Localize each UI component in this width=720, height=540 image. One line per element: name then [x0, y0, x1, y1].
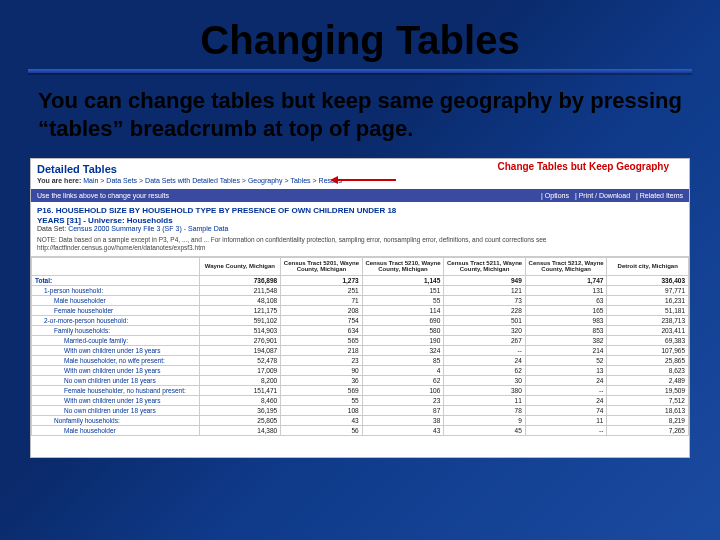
data-cell: 591,102 [199, 315, 281, 325]
data-cell: 11 [444, 395, 526, 405]
data-cell: 4 [362, 365, 444, 375]
data-cell: 52,478 [199, 355, 281, 365]
data-cell: -- [525, 425, 607, 435]
data-cell: 16,231 [607, 295, 689, 305]
data-cell: 23 [281, 355, 363, 365]
column-header: Detroit city, Michigan [607, 257, 689, 275]
toolbar-action[interactable]: | Options [541, 192, 569, 199]
data-cell: 267 [444, 335, 526, 345]
table-row: No own children under 18 years36,1951088… [32, 405, 689, 415]
data-cell: 36,195 [199, 405, 281, 415]
data-cell: 194,087 [199, 345, 281, 355]
data-cell: 25,805 [199, 415, 281, 425]
data-cell: 48,108 [199, 295, 281, 305]
table-row: 2-or-more-person household:591,102754690… [32, 315, 689, 325]
row-label: Nonfamily households: [32, 415, 200, 425]
data-cell: 983 [525, 315, 607, 325]
table-row: No own children under 18 years8,20036623… [32, 375, 689, 385]
row-label: No own children under 18 years [32, 375, 200, 385]
row-label: Female householder [32, 305, 200, 315]
callout-arrow [336, 179, 396, 181]
data-cell: 228 [444, 305, 526, 315]
table-row: Female householder, no husband present:1… [32, 385, 689, 395]
data-cell: 63 [525, 295, 607, 305]
data-cell: 949 [444, 275, 526, 285]
data-cell: 52 [525, 355, 607, 365]
row-label: Married-couple family: [32, 335, 200, 345]
data-cell: 55 [362, 295, 444, 305]
data-cell: 514,903 [199, 325, 281, 335]
column-header: Census Tract 5210, Wayne County, Michiga… [362, 257, 444, 275]
breadcrumb-link-main[interactable]: Main [83, 177, 98, 184]
data-cell: 151 [362, 285, 444, 295]
changebar-actions: | Options| Print / Download| Related Ite… [535, 192, 683, 199]
data-set-line: Data Set: Census 2000 Summary File 3 (SF… [31, 225, 689, 234]
title-rule [28, 69, 692, 73]
data-cell: 106 [362, 385, 444, 395]
data-cell: 238,713 [607, 315, 689, 325]
data-cell: 8,219 [607, 415, 689, 425]
data-cell: 1,273 [281, 275, 363, 285]
breadcrumb-link-data-sets[interactable]: Data Sets [106, 177, 137, 184]
data-cell: 501 [444, 315, 526, 325]
data-cell: 1,145 [362, 275, 444, 285]
data-cell: 18,613 [607, 405, 689, 415]
breadcrumb-separator: > [240, 177, 248, 184]
data-cell: 9 [444, 415, 526, 425]
row-label: Total: [32, 275, 200, 285]
change-results-bar: Use the links above to change your resul… [31, 189, 689, 202]
data-cell: 251 [281, 285, 363, 295]
data-cell: 634 [281, 325, 363, 335]
data-cell: -- [525, 385, 607, 395]
data-cell: 8,623 [607, 365, 689, 375]
data-cell: 56 [281, 425, 363, 435]
data-cell: 73 [444, 295, 526, 305]
row-label: With own children under 18 years [32, 365, 200, 375]
data-cell: 36 [281, 375, 363, 385]
data-cell: 19,509 [607, 385, 689, 395]
table-note: NOTE: Data based on a sample except in P… [31, 234, 689, 257]
data-cell: 114 [362, 305, 444, 315]
table-title-line1: P16. HOUSEHOLD SIZE BY HOUSEHOLD TYPE BY… [37, 206, 396, 215]
table-title: P16. HOUSEHOLD SIZE BY HOUSEHOLD TYPE BY… [31, 202, 689, 225]
data-cell: 151,471 [199, 385, 281, 395]
data-cell: 2,489 [607, 375, 689, 385]
data-cell: 30 [444, 375, 526, 385]
slide: Changing Tables You can change tables bu… [0, 0, 720, 540]
toolbar-action[interactable]: | Related Items [636, 192, 683, 199]
data-cell: 211,548 [199, 285, 281, 295]
data-cell: 380 [444, 385, 526, 395]
data-cell: 43 [362, 425, 444, 435]
data-cell: 121,175 [199, 305, 281, 315]
data-cell: 165 [525, 305, 607, 315]
table-row: Total:736,8981,2731,1459491,747336,403 [32, 275, 689, 285]
breadcrumb-link-geography[interactable]: Geography [248, 177, 283, 184]
slide-body-text: You can change tables but keep same geog… [28, 87, 692, 152]
column-header: Census Tract 5211, Wayne County, Michiga… [444, 257, 526, 275]
data-cell: 214 [525, 345, 607, 355]
data-cell: 7,512 [607, 395, 689, 405]
data-cell: 55 [281, 395, 363, 405]
breadcrumb-link-data-sets-with-detailed-tables[interactable]: Data Sets with Detailed Tables [145, 177, 240, 184]
embedded-screenshot: Change Tables but Keep Geography Detaile… [30, 158, 690, 458]
data-cell: 8,200 [199, 375, 281, 385]
data-cell: 853 [525, 325, 607, 335]
data-cell: 90 [281, 365, 363, 375]
data-cell: 8,460 [199, 395, 281, 405]
data-cell: 69,383 [607, 335, 689, 345]
data-cell: 43 [281, 415, 363, 425]
table-row: With own children under 18 years17,00990… [32, 365, 689, 375]
data-cell: 320 [444, 325, 526, 335]
data-cell: 580 [362, 325, 444, 335]
breadcrumb-link-tables[interactable]: Tables [290, 177, 310, 184]
data-cell: 565 [281, 335, 363, 345]
data-cell: 336,403 [607, 275, 689, 285]
data-cell: 24 [525, 375, 607, 385]
data-set-link[interactable]: Census 2000 Summary File 3 (SF 3) - Samp… [68, 225, 228, 232]
row-label: No own children under 18 years [32, 405, 200, 415]
data-table: Wayne County, MichiganCensus Tract 5201,… [31, 257, 689, 436]
data-cell: 17,009 [199, 365, 281, 375]
row-label: With own children under 18 years [32, 345, 200, 355]
toolbar-action[interactable]: | Print / Download [575, 192, 630, 199]
column-header: Census Tract 5201, Wayne County, Michiga… [281, 257, 363, 275]
